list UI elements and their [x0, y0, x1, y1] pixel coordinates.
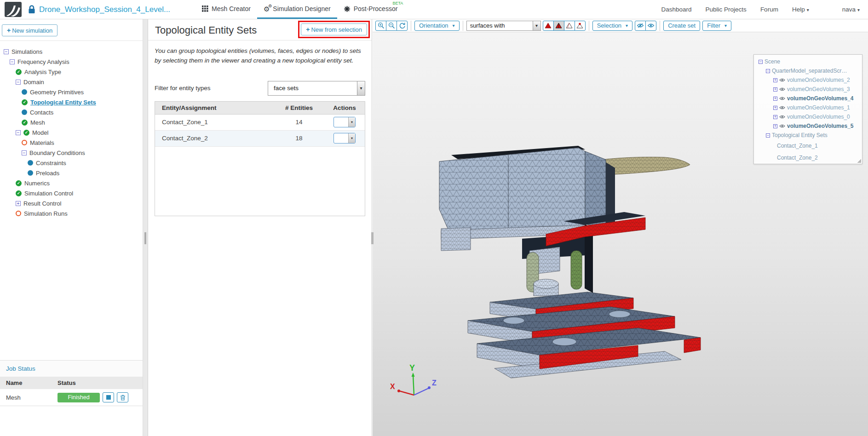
scene-item-volumeongeovolumes-2[interactable]: +volumeOnGeoVolumes_2: [754, 75, 862, 85]
new-from-selection-button[interactable]: + New from selection: [301, 23, 367, 35]
link-public-projects[interactable]: Public Projects: [706, 6, 747, 13]
chevron-down-icon[interactable]: [348, 133, 355, 143]
scene-item-volumeongeovolumes-1[interactable]: +volumeOnGeoVolumes_1: [754, 103, 862, 112]
show-all-button[interactable]: [645, 21, 656, 31]
scene-item-scene[interactable]: −Scene: [754, 57, 862, 66]
eye-icon[interactable]: [779, 124, 785, 128]
scene-item-topological-entity-sets[interactable]: −Topological Entity Sets: [754, 131, 862, 140]
minus-toggle-icon[interactable]: −: [766, 69, 770, 73]
tab-post-processor[interactable]: Post-Processor BETA: [337, 0, 404, 19]
tree-item-boundary-conditions[interactable]: −Boundary Conditions: [0, 148, 143, 158]
plus-toggle-icon[interactable]: +: [773, 78, 777, 82]
tree-item-label[interactable]: Simulations: [11, 48, 42, 55]
minus-toggle-icon[interactable]: −: [16, 80, 21, 85]
tab-mesh-creator[interactable]: Mesh Creator: [195, 0, 257, 19]
tree-item-frequency-analysis[interactable]: −Frequency Analysis: [0, 57, 143, 67]
tree-item-label[interactable]: Contacts: [30, 109, 53, 116]
actions-select[interactable]: [333, 117, 356, 127]
tree-item-label[interactable]: Materials: [30, 139, 54, 146]
stop-job-button[interactable]: [103, 392, 114, 402]
scene-item-label[interactable]: Contact_Zone_2: [777, 155, 818, 161]
chevron-down-icon[interactable]: [357, 81, 365, 95]
tree-item-geometry-primitives[interactable]: Geometry Primitives: [0, 87, 143, 97]
minus-toggle-icon[interactable]: −: [22, 150, 27, 155]
hide-selected-button[interactable]: [635, 21, 646, 31]
minus-toggle-icon[interactable]: −: [759, 60, 763, 64]
scene-item-contact-zone-1[interactable]: Contact_Zone_1: [754, 140, 862, 152]
scene-item-volumeongeovolumes-4[interactable]: +volumeOnGeoVolumes_4: [754, 94, 862, 103]
scene-item-label[interactable]: volumeOnGeoVolumes_2: [787, 77, 850, 83]
minus-toggle-icon[interactable]: −: [766, 133, 770, 138]
help-menu[interactable]: Help: [792, 6, 809, 13]
plus-toggle-icon[interactable]: +: [16, 201, 21, 206]
eye-icon[interactable]: [779, 78, 785, 82]
plus-toggle-icon[interactable]: +: [773, 87, 777, 92]
minus-toggle-icon[interactable]: −: [4, 49, 9, 54]
tree-item-label[interactable]: Analysis Type: [24, 69, 61, 75]
table-row-contact-zone-2[interactable]: Contact_Zone_218: [155, 131, 365, 147]
eye-icon[interactable]: [779, 115, 785, 119]
entity-type-select[interactable]: face sets: [268, 81, 365, 96]
tree-item-topological-entity-sets[interactable]: ✓Topological Entity Sets: [0, 97, 143, 107]
tree-item-model[interactable]: −✓Model: [0, 127, 143, 138]
scene-item-label[interactable]: volumeOnGeoVolumes_1: [787, 104, 850, 111]
scene-item-label[interactable]: Scene: [765, 58, 780, 65]
render-nodes-button[interactable]: [575, 21, 586, 31]
delete-job-button[interactable]: [117, 392, 128, 402]
scene-item-contact-zone-2[interactable]: Contact_Zone_2: [754, 152, 862, 164]
plus-toggle-icon[interactable]: +: [773, 115, 777, 119]
splitter-grip[interactable]: [144, 232, 146, 244]
render-wireframe-button[interactable]: [564, 21, 575, 31]
scene-item-volumeongeovolumes-3[interactable]: +volumeOnGeoVolumes_3: [754, 85, 862, 94]
selection-dropdown[interactable]: Selection: [592, 21, 633, 31]
zoom-in-button[interactable]: [375, 21, 386, 31]
render-surface-wireframe-button[interactable]: [553, 21, 564, 31]
project-title[interactable]: Drone_Workshop_Session_4_Level...: [39, 5, 170, 14]
eye-icon[interactable]: [779, 96, 785, 101]
scene-item-label[interactable]: volumeOnGeoVolumes_3: [787, 86, 850, 92]
tree-item-contacts[interactable]: Contacts: [0, 107, 143, 117]
plus-toggle-icon[interactable]: +: [773, 124, 777, 128]
tree-item-constraints[interactable]: Constraints: [0, 158, 143, 168]
tree-item-preloads[interactable]: Preloads: [0, 168, 143, 178]
filter-dropdown[interactable]: Filter: [702, 21, 731, 31]
display-mode-select[interactable]: surfaces with wireframe: [466, 21, 541, 31]
tree-item-label[interactable]: Numerics: [24, 180, 50, 187]
create-set-button[interactable]: Create set: [663, 21, 700, 31]
tree-item-simulation-control[interactable]: ✓Simulation Control: [0, 188, 143, 198]
zoom-out-button[interactable]: [386, 21, 397, 31]
tree-item-mesh[interactable]: ✓Mesh: [0, 117, 143, 127]
tree-item-label[interactable]: Mesh: [30, 119, 45, 126]
eye-icon[interactable]: [779, 105, 785, 110]
scene-item-label[interactable]: QuarterModel_separatedScr…: [772, 68, 847, 74]
render-surface-button[interactable]: [543, 21, 554, 31]
tree-item-label[interactable]: Simulation Control: [24, 190, 73, 197]
tree-item-domain[interactable]: −Domain: [0, 77, 143, 87]
tree-item-label[interactable]: Geometry Primitives: [30, 89, 84, 96]
tree-item-simulations[interactable]: −Simulations: [0, 46, 143, 57]
tree-item-label[interactable]: Boundary Conditions: [29, 149, 85, 156]
tab-simulation-designer[interactable]: ⚙⚙ Simulation Designer: [257, 0, 337, 19]
tree-item-materials[interactable]: Materials: [0, 138, 143, 148]
scene-item-label[interactable]: Topological Entity Sets: [772, 132, 828, 138]
tree-item-numerics[interactable]: ✓Numerics: [0, 178, 143, 188]
scene-item-label[interactable]: volumeOnGeoVolumes_4: [787, 95, 854, 102]
new-simulation-button[interactable]: + New simulation: [2, 24, 57, 36]
tree-item-label[interactable]: Preloads: [36, 170, 59, 177]
app-logo[interactable]: [5, 2, 22, 17]
resize-corner[interactable]: [857, 159, 861, 163]
scene-item-label[interactable]: Contact_Zone_1: [777, 143, 818, 149]
plus-toggle-icon[interactable]: +: [773, 106, 777, 110]
minus-toggle-icon[interactable]: −: [10, 59, 15, 64]
minus-toggle-icon[interactable]: −: [16, 130, 21, 135]
refresh-view-button[interactable]: [397, 21, 408, 31]
link-dashboard[interactable]: Dashboard: [661, 6, 692, 13]
table-row-contact-zone-1[interactable]: Contact_Zone_114: [155, 115, 365, 131]
chevron-down-icon[interactable]: [533, 21, 540, 30]
scene-item-label[interactable]: volumeOnGeoVolumes_5: [787, 123, 854, 129]
tree-item-label[interactable]: Model: [32, 129, 48, 136]
tree-item-result-control[interactable]: +Result Control: [0, 198, 143, 208]
eye-icon[interactable]: [779, 87, 785, 92]
drone-mesh-model[interactable]: [425, 113, 738, 389]
actions-select[interactable]: [333, 133, 356, 143]
